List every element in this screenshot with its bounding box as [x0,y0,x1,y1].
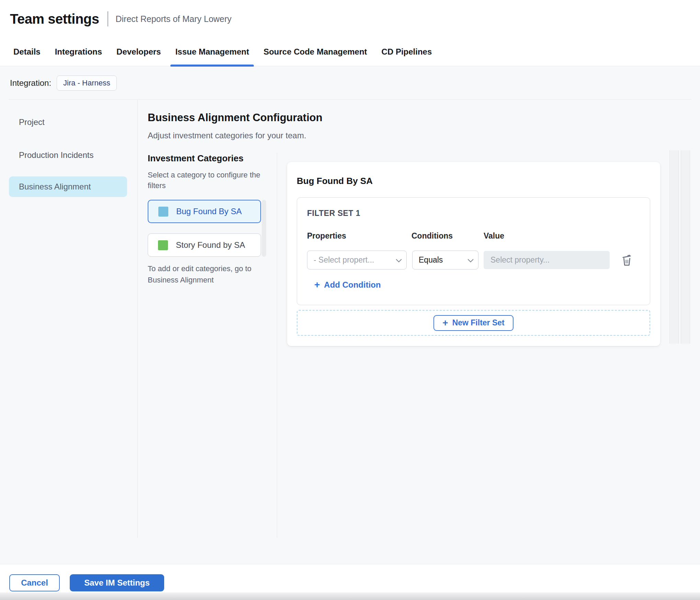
chevron-down-icon [396,256,402,262]
header: Team settings Direct Reports of Mary Low… [0,0,700,38]
save-im-settings-button[interactable]: Save IM Settings [70,574,164,591]
column-header-conditions: Conditions [411,231,453,241]
tab-integrations[interactable]: Integrations [55,38,102,66]
sidebar-item-business-alignment[interactable]: Business Alignment [9,176,127,197]
delete-condition-button[interactable] [619,253,634,268]
title-divider [108,11,108,26]
category-color-swatch [158,207,168,217]
window-bottom-edge [0,592,700,600]
footer-bar: Cancel Save IM Settings [0,564,700,592]
tab-source-code-management[interactable]: Source Code Management [263,38,367,66]
filter-config-card: Bug Found By SA FILTER SET 1 Properties … [287,162,660,346]
value-input[interactable] [484,251,610,269]
vertical-scrollbar[interactable] [681,150,690,344]
category-color-swatch [158,240,168,250]
team-name-subtitle: Direct Reports of Mary Lowery [116,14,232,24]
sidebar-divider [137,100,138,538]
sidebar-item-project[interactable]: Project [9,112,127,132]
new-filter-set-dropzone: + New Filter Set [297,310,650,336]
add-condition-button[interactable]: + Add Condition [314,280,381,290]
conditions-select[interactable]: Equals [412,251,478,269]
category-button-bug-found-by-sa[interactable]: Bug Found By SA [148,200,261,223]
investment-categories-title: Investment Categories [148,153,244,164]
add-condition-label: Add Condition [324,280,381,290]
page-title: Team settings [10,11,99,27]
integration-row: Integration: Jira - Harness [0,67,700,100]
section-title: Business Alignment Configuration [148,112,323,124]
category-button-story-found-by-sa[interactable]: Story Found by SA [148,233,261,257]
trash-icon [622,254,632,266]
category-list-scrollbar[interactable] [262,200,266,257]
team-settings-page: Team settings Direct Reports of Mary Low… [0,0,700,600]
tab-cd-pipelines[interactable]: CD Pipelines [382,38,432,66]
category-label: Story Found by SA [176,240,245,250]
vertical-scrollbar[interactable] [669,150,679,344]
tab-bar: Details Integrations Developers Issue Ma… [0,38,700,66]
plus-icon: + [314,281,320,289]
new-filter-set-label: New Filter Set [452,318,505,327]
filter-set-1: FILTER SET 1 Properties Conditions Value… [297,197,650,305]
column-header-properties: Properties [307,231,346,241]
tab-developers[interactable]: Developers [116,38,161,66]
conditions-select-value: Equals [419,255,443,265]
integration-chip[interactable]: Jira - Harness [57,76,117,91]
tab-issue-management[interactable]: Issue Management [175,38,249,66]
properties-select-placeholder: - Select propert... [314,255,374,265]
filter-card-title: Bug Found By SA [297,176,373,186]
properties-select[interactable]: - Select propert... [307,251,407,269]
categories-divider [277,153,277,538]
filter-set-title: FILTER SET 1 [307,209,360,218]
category-label: Bug Found By SA [176,207,242,216]
tab-details[interactable]: Details [13,38,41,66]
sidebar-item-production-incidents[interactable]: Production Incidents [9,145,127,165]
cancel-button[interactable]: Cancel [9,574,60,591]
new-filter-set-button[interactable]: + New Filter Set [433,315,513,331]
section-subtitle: Adjust investment categories for your te… [148,131,306,140]
plus-icon: + [442,319,448,327]
chevron-down-icon [468,256,474,262]
categories-footnote: To add or edit categories, go to Busines… [148,263,261,286]
column-header-value: Value [484,231,504,241]
investment-categories-hint: Select a category to configure the filte… [148,170,268,191]
integration-label: Integration: [10,78,51,88]
